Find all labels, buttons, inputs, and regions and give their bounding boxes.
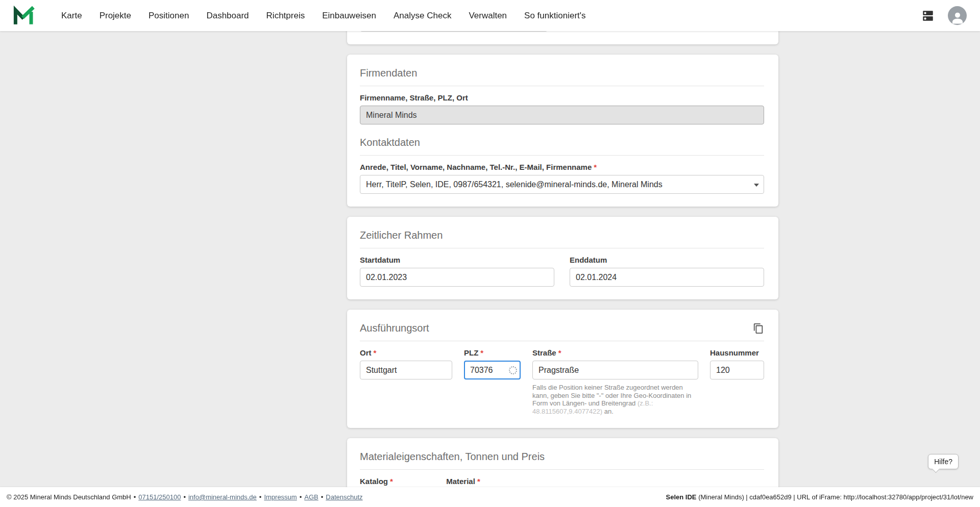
user-avatar[interactable] bbox=[948, 6, 967, 25]
footer-datenschutz-link[interactable]: Datenschutz bbox=[326, 493, 362, 501]
zeitraum-row: Startdatum Enddatum bbox=[360, 256, 764, 287]
zeitraum-title-text: Zeitlicher Rahmen bbox=[360, 230, 443, 241]
enddatum-field-group: Enddatum bbox=[570, 256, 764, 287]
nav-item-verwalten[interactable]: Verwalten bbox=[469, 11, 507, 21]
strasse-hint-text: Falls die Position keiner Straße zugeord… bbox=[532, 384, 698, 415]
hausnummer-field-group: Hausnummer bbox=[710, 348, 764, 415]
ausfuehrungsort-title: Ausführungsort bbox=[360, 322, 764, 341]
kontakt-select-value: Herr, TitelP, Selen, IDE, 0987/654321, s… bbox=[366, 180, 663, 189]
firmendaten-title: Firmendaten bbox=[360, 67, 764, 86]
material-title: Materialeigenschaften, Tonnen und Preis bbox=[360, 451, 764, 470]
required-asterisk: * bbox=[558, 348, 561, 357]
card-material: Materialeigenschaften, Tonnen und Preis … bbox=[347, 438, 778, 487]
footer-separator bbox=[257, 493, 264, 501]
nav-item-einbauweisen[interactable]: Einbauweisen bbox=[322, 11, 376, 21]
required-asterisk: * bbox=[374, 348, 377, 357]
startdatum-label: Startdatum bbox=[360, 256, 554, 264]
navbar-right bbox=[920, 6, 967, 25]
logo-m-check-icon bbox=[13, 6, 35, 26]
footer-separator bbox=[181, 493, 188, 501]
footer-phone-link[interactable]: 07151/250100 bbox=[138, 493, 181, 501]
copy-icon[interactable] bbox=[753, 323, 764, 334]
nav-item-positionen[interactable]: Positionen bbox=[149, 11, 189, 21]
chevron-down-icon bbox=[754, 184, 759, 189]
startdatum-field-group: Startdatum bbox=[360, 256, 554, 287]
nav-item-analyse-check[interactable]: Analyse Check bbox=[394, 11, 451, 21]
card-firmendaten: Firmendaten Firmenname, Straße, PLZ, Ort… bbox=[347, 55, 778, 207]
strasse-field-group: Straße* Falls die Position keiner Straße… bbox=[532, 348, 698, 415]
material-label: Material* bbox=[446, 477, 620, 486]
footer-left: © 2025 Mineral Minds Deutschland GmbH071… bbox=[7, 493, 363, 501]
enddatum-input[interactable] bbox=[570, 268, 764, 287]
server-icon[interactable] bbox=[920, 9, 936, 22]
strasse-input[interactable] bbox=[532, 361, 698, 379]
main-nav: Karte Projekte Positionen Dashboard Rich… bbox=[61, 11, 586, 21]
required-asterisk: * bbox=[390, 477, 393, 486]
kontakt-field-group: Anrede, Titel, Vorname, Nachname, Tel.-N… bbox=[360, 163, 764, 194]
hausnummer-input[interactable] bbox=[710, 361, 764, 379]
ort-label: Ort* bbox=[360, 348, 452, 357]
person-icon bbox=[950, 10, 965, 25]
footer-agb-link[interactable]: AGB bbox=[304, 493, 318, 501]
strasse-label: Straße* bbox=[532, 348, 698, 357]
ort-field-group: Ort* bbox=[360, 348, 452, 415]
zeitraum-title: Zeitlicher Rahmen bbox=[360, 230, 764, 248]
plz-input-wrapper bbox=[464, 361, 521, 379]
material-field-group: Material* 01 Abfälle, die beim Aufsuchen… bbox=[446, 477, 620, 487]
card-ausfuehrungsort: Ausführungsort Ort* PLZ* bbox=[347, 310, 778, 428]
nav-item-dashboard[interactable]: Dashboard bbox=[206, 11, 249, 21]
card-zeitlicher-rahmen: Zeitlicher Rahmen Startdatum Enddatum bbox=[347, 217, 778, 299]
firmendaten-title-text: Firmendaten bbox=[360, 67, 417, 79]
top-navbar: Karte Projekte Positionen Dashboard Rich… bbox=[0, 0, 980, 31]
kontaktdaten-title-text: Kontaktdaten bbox=[360, 137, 420, 148]
footer-email-link[interactable]: info@mineral-minds.de bbox=[188, 493, 257, 501]
required-asterisk: * bbox=[480, 348, 483, 357]
kontakt-select[interactable]: Herr, TitelP, Selen, IDE, 0987/654321, s… bbox=[360, 175, 764, 194]
footer: © 2025 Mineral Minds Deutschland GmbH071… bbox=[0, 487, 980, 507]
ort-input[interactable] bbox=[360, 361, 452, 379]
footer-impressum-link[interactable]: Impressum bbox=[264, 493, 297, 501]
plz-field-group: PLZ* bbox=[464, 348, 521, 415]
material-title-text: Materialeigenschaften, Tonnen und Preis bbox=[360, 451, 545, 463]
firmenname-label: Firmenname, Straße, PLZ, Ort bbox=[360, 93, 764, 102]
lot-new-page: { "navbar": { "items": ["Karte", "Projek… bbox=[0, 0, 980, 507]
kontakt-label: Anrede, Titel, Vorname, Nachname, Tel.-N… bbox=[360, 163, 764, 171]
footer-ide-name: Selen IDE bbox=[666, 493, 697, 501]
enddatum-label: Enddatum bbox=[570, 256, 764, 264]
firmenname-field-group: Firmenname, Straße, PLZ, Ort bbox=[360, 93, 764, 124]
main-content: Firmendaten Firmenname, Straße, PLZ, Ort… bbox=[0, 31, 980, 487]
loading-spinner-icon bbox=[509, 366, 517, 374]
footer-separator bbox=[297, 493, 305, 501]
nav-item-so-funktionierts[interactable]: So funktioniert's bbox=[524, 11, 585, 21]
firmenname-input bbox=[360, 106, 764, 124]
footer-separator bbox=[318, 493, 326, 501]
katalog-label: Katalog* bbox=[360, 477, 427, 486]
mineral-minds-logo[interactable] bbox=[13, 6, 35, 26]
footer-iframe-info: (Mineral Minds) | cdaf0ea652d9 | URL of … bbox=[697, 493, 973, 501]
footer-separator bbox=[131, 493, 139, 501]
footer-copyright: © 2025 Mineral Minds Deutschland GmbH bbox=[7, 493, 131, 501]
required-asterisk: * bbox=[594, 163, 597, 171]
required-asterisk: * bbox=[477, 477, 480, 486]
cutoff-field-input[interactable] bbox=[360, 31, 548, 32]
ausfuehrungsort-title-text: Ausführungsort bbox=[360, 322, 429, 334]
hausnummer-label: Hausnummer bbox=[710, 348, 764, 357]
nav-item-karte[interactable]: Karte bbox=[61, 11, 82, 21]
nav-item-projekte[interactable]: Projekte bbox=[100, 11, 131, 21]
plz-label: PLZ* bbox=[464, 348, 521, 357]
help-button[interactable]: Hilfe? bbox=[928, 454, 959, 469]
ausfuehrungsort-row: Ort* PLZ* Straße* Falls die Po bbox=[360, 348, 764, 415]
material-row: Katalog* MM | AVV Material* 01 Abfälle, … bbox=[360, 477, 764, 487]
nav-item-richtpreis[interactable]: Richtpreis bbox=[266, 11, 305, 21]
card-cutoff-top bbox=[347, 31, 778, 44]
katalog-field-group: Katalog* MM | AVV bbox=[360, 477, 427, 487]
footer-right: Selen IDE (Mineral Minds) | cdaf0ea652d9… bbox=[666, 493, 973, 501]
kontaktdaten-title: Kontaktdaten bbox=[360, 137, 764, 156]
startdatum-input[interactable] bbox=[360, 268, 554, 287]
